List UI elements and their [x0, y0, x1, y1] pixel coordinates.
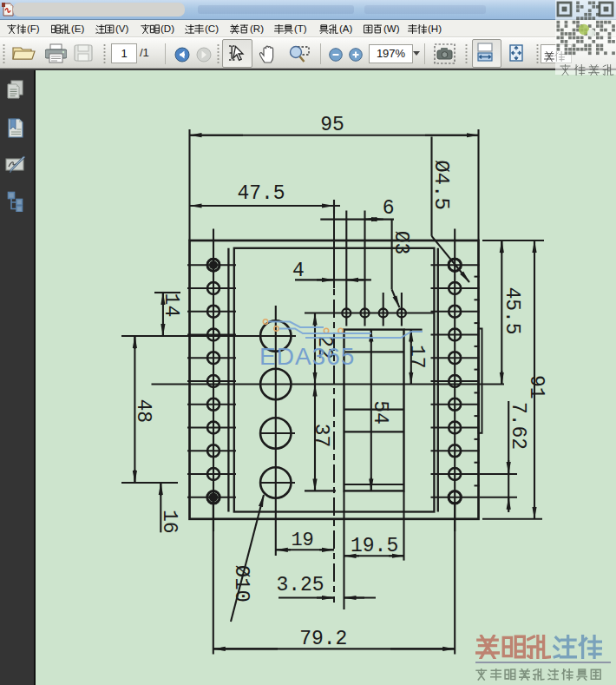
svg-text:19.5: 19.5 — [351, 535, 398, 557]
svg-text:Ø3: Ø3 — [390, 231, 412, 255]
svg-text:Ø4.5: Ø4.5 — [429, 160, 453, 210]
svg-text:91: 91 — [525, 375, 547, 399]
svg-text:17: 17 — [405, 345, 428, 369]
svg-text:79.2: 79.2 — [299, 628, 347, 650]
svg-text:14: 14 — [160, 293, 182, 318]
svg-text:45.5: 45.5 — [501, 287, 523, 334]
svg-text:19: 19 — [291, 530, 313, 551]
svg-text:7.62: 7.62 — [507, 402, 529, 450]
svg-text:48: 48 — [132, 398, 154, 423]
svg-text:95: 95 — [320, 114, 344, 136]
svg-text:54: 54 — [369, 400, 391, 425]
svg-text:Ø10: Ø10 — [230, 565, 253, 603]
svg-text:EDA365: EDA365 — [259, 343, 355, 370]
svg-text:3.25: 3.25 — [276, 574, 324, 596]
svg-text:4: 4 — [292, 260, 305, 282]
svg-text:6: 6 — [383, 197, 395, 220]
svg-text:16: 16 — [158, 510, 180, 534]
svg-text:47.5: 47.5 — [237, 182, 285, 205]
svg-text:37: 37 — [310, 424, 332, 448]
